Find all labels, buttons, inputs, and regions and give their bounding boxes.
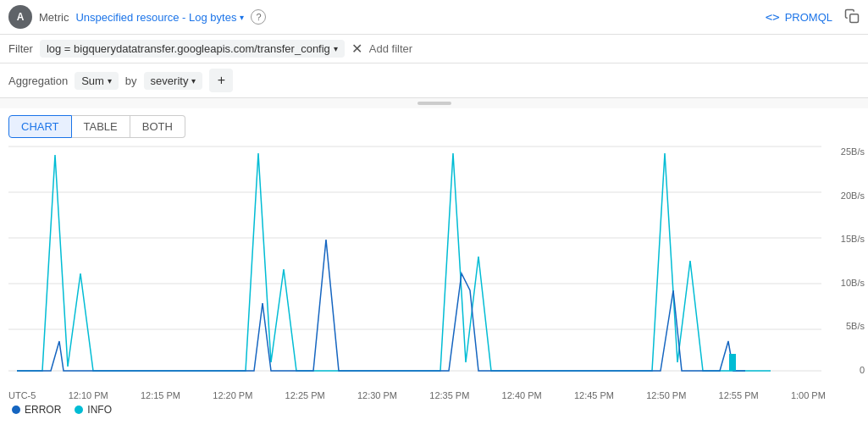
metric-dropdown-icon: ▾ [240, 13, 244, 22]
y-label-25: 25B/s [827, 146, 865, 157]
info-line-2 [102, 153, 347, 371]
legend-error: ERROR [12, 404, 61, 416]
x-label-1215: 12:15 PM [141, 390, 180, 400]
tab-chart[interactable]: CHART [8, 115, 72, 138]
x-label-1210: 12:10 PM [69, 390, 108, 400]
promql-label: PROMQL [785, 11, 832, 24]
error-line-4 [550, 290, 745, 371]
promql-button[interactable]: <> PROMQL [766, 10, 832, 24]
tab-table[interactable]: TABLE [72, 115, 130, 138]
svg-rect-0 [850, 14, 859, 22]
x-axis: UTC-5 12:10 PM 12:15 PM 12:20 PM 12:25 P… [8, 389, 826, 400]
x-label-1240: 12:40 PM [502, 390, 542, 400]
top-bar: A Metric Unspecified resource - Log byte… [0, 0, 868, 35]
x-label-1250: 12:50 PM [646, 390, 686, 400]
by-label: by [125, 74, 137, 87]
x-label-utc5: UTC-5 [8, 390, 36, 400]
info-line-3 [347, 153, 550, 371]
x-label-1255: 12:55 PM [719, 390, 759, 400]
metric-value-text: Unspecified resource - Log bytes [75, 11, 236, 24]
aggregation-bar: Aggregation Sum ▾ by severity ▾ + [0, 63, 868, 98]
sum-select[interactable]: Sum ▾ [75, 72, 119, 90]
avatar: A [8, 5, 32, 29]
severity-dropdown-icon: ▾ [191, 76, 196, 86]
chart-svg [8, 138, 821, 379]
error-line-1 [17, 341, 102, 371]
legend-info: INFO [75, 404, 112, 416]
error-line-3 [347, 273, 550, 371]
severity-label: severity [151, 74, 189, 87]
divider-handle[interactable] [0, 98, 868, 108]
add-group-button[interactable]: + [209, 69, 233, 92]
metric-value[interactable]: Unspecified resource - Log bytes ▾ [75, 11, 244, 24]
y-label-0: 0 [827, 365, 865, 375]
filter-chip[interactable]: log = bigquerydatatransfer.googleapis.co… [40, 40, 345, 58]
filter-clear-button[interactable]: ✕ [351, 41, 362, 57]
error-line-2 [102, 240, 347, 371]
legend: ERROR INFO [0, 400, 868, 419]
y-label-20: 20B/s [827, 190, 865, 201]
add-filter-text: Add filter [369, 42, 412, 55]
error-legend-dot [12, 406, 20, 414]
filter-chip-text: log = bigquerydatatransfer.googleapis.co… [47, 42, 330, 55]
severity-select[interactable]: severity ▾ [144, 72, 203, 90]
metric-label: Metric [39, 11, 69, 24]
info-legend-label: INFO [87, 404, 112, 416]
filter-label: Filter [8, 42, 33, 55]
copy-icon[interactable] [844, 8, 860, 26]
sum-label: Sum [81, 74, 104, 87]
tab-both[interactable]: BOTH [130, 115, 185, 138]
x-label-1235: 12:35 PM [429, 390, 469, 400]
chart-container: 25B/s 20B/s 15B/s 10B/s 5B/s 0 [0, 138, 868, 400]
svg-rect-7 [729, 354, 736, 371]
help-icon[interactable]: ? [251, 9, 266, 25]
x-label-100: 1:00 PM [791, 390, 826, 400]
error-legend-label: ERROR [25, 404, 61, 416]
x-label-1230: 12:30 PM [357, 390, 397, 400]
aggregation-label: Aggregation [8, 74, 68, 87]
sum-dropdown-icon: ▾ [108, 76, 112, 86]
promql-bracket-icon: <> [766, 10, 780, 24]
info-line-1 [17, 155, 102, 371]
info-line-4 [550, 153, 771, 371]
y-axis: 25B/s 20B/s 15B/s 10B/s 5B/s 0 [827, 146, 865, 375]
filter-dropdown-icon: ▾ [334, 44, 338, 53]
x-label-1225: 12:25 PM [285, 390, 325, 400]
filter-bar: Filter log = bigquerydatatransfer.google… [0, 35, 868, 63]
info-legend-dot [75, 406, 83, 414]
y-label-5: 5B/s [827, 321, 865, 331]
divider-grip [417, 102, 451, 105]
y-label-15: 15B/s [827, 234, 865, 244]
y-label-10: 10B/s [827, 278, 865, 288]
x-label-1220: 12:20 PM [213, 390, 252, 400]
view-tabs: CHART TABLE BOTH [0, 108, 868, 138]
x-label-1245: 12:45 PM [574, 390, 614, 400]
